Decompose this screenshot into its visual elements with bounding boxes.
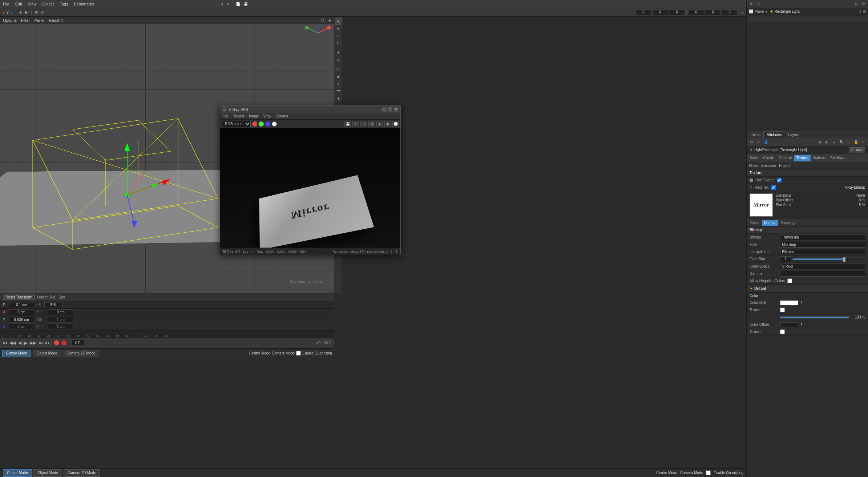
rect-tex-checkbox[interactable]	[771, 185, 776, 190]
viewport-menu-options[interactable]: Options	[3, 18, 17, 23]
status-object-mode-btn[interactable]: Object Mode	[33, 469, 62, 477]
extra-tab-project[interactable]: Project	[779, 164, 790, 168]
tool-camera-orbit[interactable]: ◎	[335, 57, 342, 63]
status-camera-mode[interactable]: Camera Mode	[680, 471, 703, 475]
pos-x-input[interactable]	[635, 9, 651, 15]
output-section-header[interactable]: ▼ Output	[747, 285, 868, 293]
color-offset-swatch[interactable]	[780, 322, 798, 327]
btn-record[interactable]	[61, 340, 66, 345]
color-dot-green[interactable]	[259, 121, 264, 127]
menu-bookmarks[interactable]: Bookmarks	[74, 2, 94, 6]
enable-quantizing-checkbox[interactable]	[296, 351, 301, 356]
menu-tags[interactable]: Tags	[60, 2, 68, 6]
status-center-mode[interactable]: Center Mode	[656, 471, 677, 475]
vfb-menu-options[interactable]: Options	[275, 114, 288, 118]
btn-go-end[interactable]: ⏮	[45, 340, 49, 345]
tab-layers[interactable]: Layers	[785, 131, 802, 138]
z-pos-input[interactable]	[9, 324, 34, 329]
rect-tex-arrow[interactable]: ▼	[750, 186, 752, 189]
toolbar-icon-4[interactable]: 💾	[242, 1, 249, 7]
color-dot-red[interactable]	[252, 121, 257, 127]
allow-negative-checkbox[interactable]	[787, 278, 792, 283]
tool-camera-add[interactable]: 📷	[335, 88, 342, 95]
bitmap-tab-mapping[interactable]: Mapping	[779, 220, 797, 226]
bitmap-tab-bitmap[interactable]: Bitmap	[762, 220, 778, 226]
color-dot-blue[interactable]	[265, 121, 270, 127]
reset-transform-btn[interactable]: Reset Transform	[3, 294, 35, 300]
prop-tab-general[interactable]: General	[776, 155, 794, 161]
prop-tab-basic[interactable]: Basic	[747, 155, 760, 161]
status-cursor-mode-btn[interactable]: Cursor Mode	[3, 469, 32, 477]
use-texture-dot[interactable]	[750, 179, 753, 182]
filter-blur-slider[interactable]	[792, 258, 865, 260]
frame-input[interactable]	[71, 340, 84, 346]
gamma-value[interactable]	[780, 271, 865, 277]
texture-offset-checkbox[interactable]	[780, 329, 785, 334]
prop-tab-options[interactable]: Options	[811, 155, 828, 161]
vfb-tool-lut[interactable]: ▧	[368, 121, 375, 127]
p-value-input[interactable]	[9, 302, 34, 308]
color-dot-white[interactable]	[272, 121, 277, 127]
extra-tab-photon[interactable]: Photon Emission	[749, 164, 776, 168]
y-pos-input[interactable]	[9, 317, 34, 322]
attr-fwd-btn[interactable]: ▶	[824, 139, 830, 145]
camera-mode-label[interactable]: Camera Mode	[272, 351, 295, 355]
attr-user-data-icon[interactable]: 👤	[763, 139, 769, 145]
vfb-tool-lens[interactable]: ◉	[384, 121, 391, 127]
rot-y-input[interactable]	[705, 9, 721, 15]
filter-blur-input[interactable]	[780, 256, 791, 262]
tool-arrow[interactable]: ↖	[335, 18, 342, 25]
snap-icon[interactable]: ⊞	[34, 9, 39, 15]
btn-backward[interactable]: ◀	[18, 340, 21, 345]
tab-attributes[interactable]: Attributes	[763, 131, 785, 138]
render-icon[interactable]: ▶	[24, 9, 29, 15]
prop-tab-texture[interactable]: Texture	[794, 155, 811, 161]
vfb-tool-cc[interactable]: ◈	[376, 121, 383, 127]
toolbar-icon-3[interactable]: 📄	[235, 1, 241, 7]
viewport-display-mode[interactable]: ◈	[328, 18, 331, 22]
center-mode-label[interactable]: Center Mode	[249, 351, 270, 355]
menu-file[interactable]: File	[3, 2, 9, 6]
prop-tab-shadows[interactable]: Shadows	[828, 155, 847, 161]
btn-play[interactable]: ▶	[24, 340, 28, 346]
toolbar-icon-1[interactable]: ↺	[219, 1, 225, 7]
btn-go-start[interactable]: ⏮	[3, 340, 7, 345]
btn-prev-frame[interactable]: ◀◀	[9, 340, 16, 345]
vfb-hamburger-icon[interactable]: ☰	[222, 107, 226, 112]
rpanel-icon-1[interactable]: 👁	[748, 1, 755, 7]
attr-lock-btn[interactable]: 🔒	[853, 139, 859, 145]
vfb-minimize-btn[interactable]: ─	[382, 107, 387, 112]
color-space-value[interactable]: S RGB	[780, 264, 865, 269]
menu-edit[interactable]: Edit	[15, 2, 22, 6]
color-mult-eyedropper[interactable]: 🖈	[800, 301, 803, 305]
z-size-input[interactable]	[48, 324, 73, 329]
vfb-menu-file[interactable]: File	[222, 114, 228, 118]
vfb-menu-render[interactable]: Render	[233, 114, 245, 118]
tool-camera-pan[interactable]: ☩	[335, 49, 342, 56]
texture-preview-box[interactable]: Mirror	[750, 193, 773, 217]
viewport-menu-redshift[interactable]: Redshift	[49, 18, 64, 23]
p-s-input[interactable]	[44, 302, 62, 308]
attr-filter-btn[interactable]: ⊟	[845, 139, 852, 145]
tool-sphere-add[interactable]: ◉	[335, 73, 342, 80]
tool-rotate[interactable]: ↻	[335, 40, 342, 47]
viewport-menu-filter[interactable]: Filter	[21, 18, 30, 23]
tool-cube-add[interactable]: ⬡	[335, 66, 342, 73]
color-mult-swatch[interactable]	[780, 300, 798, 305]
viewport-render-mode[interactable]: ⬡	[321, 18, 324, 22]
gamma-pct-slider[interactable]	[780, 316, 849, 318]
breadcrumb-dots-btn-2[interactable]: ⊞	[863, 9, 866, 13]
attr-up-btn[interactable]: ▲	[831, 139, 837, 145]
bitmap-file-input[interactable]: _mirror.jpg	[780, 235, 865, 240]
btn-next-frame[interactable]: ⏭	[39, 340, 43, 345]
filter-blur-slider-handle[interactable]	[843, 257, 845, 262]
attr-custom-btn[interactable]: Custom	[849, 147, 865, 153]
attr-search-btn[interactable]: 🔍	[838, 139, 845, 145]
vfb-menu-view[interactable]: View	[263, 114, 271, 118]
status-quantizing-checkbox[interactable]	[706, 470, 711, 475]
breadcrumb-plane[interactable]: Plane	[755, 9, 764, 13]
use-texture-checkbox[interactable]	[777, 178, 782, 183]
texture-sub-checkbox[interactable]	[780, 308, 785, 312]
coord-mode-icon[interactable]: ◈	[18, 9, 23, 15]
vfb-tool-save[interactable]: 💾	[344, 121, 351, 127]
